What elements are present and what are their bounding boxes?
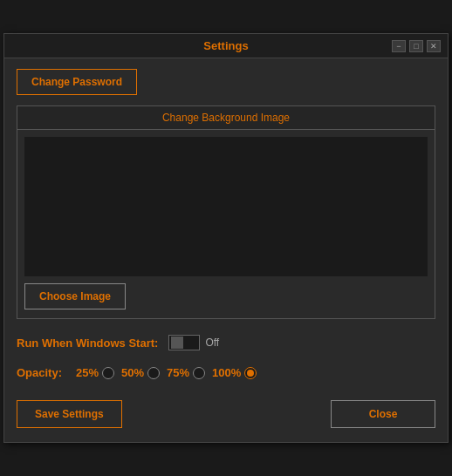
- close-button[interactable]: Close: [331, 400, 435, 428]
- close-window-button[interactable]: ✕: [427, 40, 441, 52]
- save-settings-button[interactable]: Save Settings: [17, 400, 122, 428]
- run-on-startup-label: Run When Windows Start:: [17, 337, 158, 350]
- opacity-25-radio[interactable]: [102, 367, 114, 379]
- choose-image-button[interactable]: Choose Image: [24, 283, 126, 309]
- opacity-option-75[interactable]: 75%: [167, 366, 205, 379]
- bg-image-section: Change Background Image Choose Image: [17, 105, 435, 319]
- title-bar: Settings − □ ✕: [4, 34, 448, 58]
- opacity-option-100[interactable]: 100%: [212, 366, 257, 379]
- toggle-container: Off: [168, 335, 219, 350]
- minimize-button[interactable]: −: [392, 40, 406, 52]
- maximize-button[interactable]: □: [409, 40, 423, 52]
- opacity-row: Opacity: 25% 50% 75% 100%: [17, 366, 435, 379]
- opacity-50-text: 50%: [121, 366, 144, 379]
- change-password-button[interactable]: Change Password: [17, 69, 137, 95]
- bottom-buttons: Save Settings Close: [17, 397, 435, 432]
- opacity-25-text: 25%: [76, 366, 99, 379]
- opacity-label: Opacity:: [17, 366, 62, 379]
- opacity-100-text: 100%: [212, 366, 241, 379]
- opacity-option-25[interactable]: 25%: [76, 366, 114, 379]
- opacity-option-50[interactable]: 50%: [121, 366, 160, 379]
- opacity-50-radio[interactable]: [147, 367, 160, 379]
- window-controls: − □ ✕: [392, 40, 441, 52]
- window-title: Settings: [203, 39, 248, 52]
- settings-window: Settings − □ ✕ Change Password Change Ba…: [3, 33, 449, 443]
- toggle-state-label: Off: [205, 337, 219, 349]
- opacity-75-radio[interactable]: [193, 367, 205, 379]
- opacity-100-radio[interactable]: [244, 367, 257, 379]
- startup-toggle[interactable]: [168, 335, 200, 350]
- run-on-startup-row: Run When Windows Start: Off: [17, 331, 435, 354]
- opacity-75-text: 75%: [167, 366, 189, 379]
- bg-image-label: Change Background Image: [17, 106, 435, 130]
- window-content: Change Password Change Background Image …: [4, 58, 448, 442]
- bg-image-preview: [24, 137, 428, 276]
- toggle-thumb: [171, 337, 183, 349]
